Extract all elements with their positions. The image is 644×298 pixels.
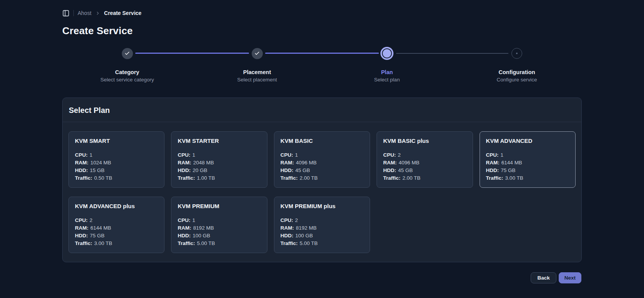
stepper-step-2[interactable]: Plan Select plan xyxy=(322,47,452,84)
spec-label: HDD: xyxy=(281,167,294,173)
plan-spec-line: HDD:20 GB xyxy=(178,167,261,174)
back-button[interactable]: Back xyxy=(531,272,556,283)
stepper: Category Select service category Placeme… xyxy=(62,47,582,84)
breadcrumb-app[interactable]: Ahost xyxy=(78,10,91,16)
plan-name: KVM ADVANCED plus xyxy=(75,203,158,209)
spec-label: CPU: xyxy=(281,152,293,158)
spec-value: 8192 MB xyxy=(193,225,214,231)
plan-specs: CPU:2RAM:8192 MBHDD:100 GBTraffic:5.00 T… xyxy=(281,217,363,247)
plan-spec-line: CPU:2 xyxy=(75,217,158,224)
plan-card[interactable]: KVM BASIC CPU:1RAM:4096 MBHDD:45 GBTraff… xyxy=(274,131,370,188)
check-icon xyxy=(254,51,260,56)
spec-value: 45 GB xyxy=(295,167,310,173)
spec-label: RAM: xyxy=(75,160,88,166)
plan-spec-line: RAM:4096 MB xyxy=(383,159,466,167)
spec-label: Traffic: xyxy=(486,175,503,181)
plan-spec-line: HDD:100 GB xyxy=(281,232,363,240)
spec-label: CPU: xyxy=(178,152,190,158)
plan-spec-line: Traffic:2.00 TB xyxy=(281,174,363,182)
spec-value: 2 xyxy=(295,217,298,223)
plan-name: KVM BASIC plus xyxy=(383,137,466,144)
spec-value: 3.00 TB xyxy=(94,240,112,246)
plan-name: KVM ADVANCED xyxy=(486,137,569,144)
plan-specs: CPU:1RAM:2048 MBHDD:20 GBTraffic:1.00 TB xyxy=(178,151,261,182)
step-subtitle: Configure service xyxy=(496,77,537,83)
plan-spec-line: CPU:2 xyxy=(281,217,363,224)
step-title: Plan xyxy=(381,69,393,75)
spec-value: 20 GB xyxy=(193,167,207,173)
plan-spec-line: Traffic:0.50 TB xyxy=(75,174,158,182)
plan-spec-line: CPU:1 xyxy=(178,217,261,224)
plan-card[interactable]: KVM BASIC plus CPU:2RAM:4096 MBHDD:45 GB… xyxy=(377,131,473,188)
spec-value: 2 xyxy=(90,217,93,223)
stepper-step-0[interactable]: Category Select service category xyxy=(62,47,192,84)
plan-card[interactable]: KVM ADVANCED CPU:1RAM:6144 MBHDD:75 GBTr… xyxy=(480,131,576,188)
step-circle-done xyxy=(122,48,133,59)
spec-label: RAM: xyxy=(178,225,191,231)
spec-label: Traffic: xyxy=(178,175,195,181)
next-button[interactable]: Next xyxy=(559,272,581,283)
spec-label: CPU: xyxy=(281,217,293,223)
spec-value: 5.00 TB xyxy=(197,240,215,246)
spec-label: CPU: xyxy=(486,152,499,158)
plan-name: KVM BASIC xyxy=(281,137,363,144)
panel-title: Select Plan xyxy=(63,98,581,122)
plan-spec-line: Traffic:5.00 TB xyxy=(281,240,363,247)
plan-spec-line: RAM:4096 MB xyxy=(281,159,363,167)
spec-label: Traffic: xyxy=(281,175,298,181)
step-circle-done xyxy=(252,48,263,59)
spec-label: RAM: xyxy=(486,160,500,166)
plan-name: KVM STARTER xyxy=(178,137,261,144)
spec-label: HDD: xyxy=(178,167,191,173)
plan-card[interactable]: KVM SMART CPU:1RAM:1024 MBHDD:15 GBTraff… xyxy=(68,131,164,188)
plan-specs: CPU:1RAM:6144 MBHDD:75 GBTraffic:3.00 TB xyxy=(486,151,569,182)
spec-label: CPU: xyxy=(75,152,88,158)
plan-name: KVM PREMIUM xyxy=(178,203,261,209)
spec-value: 0.50 TB xyxy=(94,175,112,181)
spec-value: 4096 MB xyxy=(296,160,317,166)
spec-value: 1 xyxy=(192,152,195,158)
plan-specs: CPU:2RAM:4096 MBHDD:45 GBTraffic:2.00 TB xyxy=(383,151,466,182)
spec-label: CPU: xyxy=(383,152,396,158)
breadcrumb-divider xyxy=(73,10,74,16)
spec-label: Traffic: xyxy=(75,240,92,246)
select-plan-panel: Select Plan KVM SMART CPU:1RAM:1024 MBHD… xyxy=(62,98,582,262)
spec-value: 4096 MB xyxy=(398,160,419,166)
plan-name: KVM SMART xyxy=(75,137,158,144)
step-subtitle: Select service category xyxy=(100,77,154,83)
plan-spec-line: HDD:100 GB xyxy=(178,232,261,240)
spec-value: 1.00 TB xyxy=(197,175,215,181)
page-title: Create Service xyxy=(62,25,644,37)
plan-spec-line: Traffic:1.00 TB xyxy=(178,174,261,182)
spec-label: Traffic: xyxy=(281,240,298,246)
plan-spec-line: CPU:1 xyxy=(486,151,569,159)
spec-value: 1 xyxy=(501,152,504,158)
sidebar-toggle-icon[interactable] xyxy=(62,10,70,17)
plan-spec-line: Traffic:3.00 TB xyxy=(486,174,569,182)
plan-card[interactable]: KVM STARTER CPU:1RAM:2048 MBHDD:20 GBTra… xyxy=(171,131,267,188)
plan-spec-line: Traffic:5.00 TB xyxy=(178,240,261,247)
spec-label: HDD: xyxy=(383,167,396,173)
step-title: Placement xyxy=(243,69,271,75)
plan-spec-line: Traffic:3.00 TB xyxy=(75,240,158,247)
breadcrumb: Ahost Create Service xyxy=(0,0,644,17)
plan-card[interactable]: KVM PREMIUM plus CPU:2RAM:8192 MBHDD:100… xyxy=(274,197,370,253)
spec-value: 100 GB xyxy=(193,233,210,238)
stepper-step-3[interactable]: Configuration Configure service xyxy=(452,47,582,84)
step-subtitle: Select placement xyxy=(237,77,277,83)
spec-value: 8192 MB xyxy=(296,225,317,231)
spec-label: RAM: xyxy=(178,160,191,166)
plan-spec-line: RAM:8192 MB xyxy=(281,224,363,232)
plan-specs: CPU:1RAM:1024 MBHDD:15 GBTraffic:0.50 TB xyxy=(75,151,158,182)
chevron-right-icon xyxy=(95,11,100,16)
stepper-step-1[interactable]: Placement Select placement xyxy=(192,47,322,84)
spec-value: 75 GB xyxy=(90,233,105,238)
plan-specs: CPU:1RAM:4096 MBHDD:45 GBTraffic:2.00 TB xyxy=(281,151,363,182)
plan-card[interactable]: KVM PREMIUM CPU:1RAM:8192 MBHDD:100 GBTr… xyxy=(171,197,267,253)
plan-card[interactable]: KVM ADVANCED plus CPU:2RAM:6144 MBHDD:75… xyxy=(68,197,164,253)
spec-value: 2.00 TB xyxy=(402,175,420,181)
plan-spec-line: CPU:1 xyxy=(178,151,261,159)
check-icon xyxy=(124,51,130,56)
spec-value: 100 GB xyxy=(295,233,313,238)
spec-value: 45 GB xyxy=(398,167,413,173)
